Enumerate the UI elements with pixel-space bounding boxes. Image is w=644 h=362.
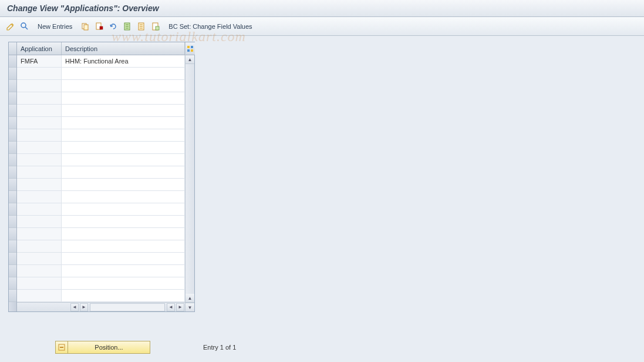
table-row[interactable]: [17, 142, 185, 154]
cell-application[interactable]: [17, 117, 62, 129]
cell-application[interactable]: [17, 142, 62, 153]
cell-application[interactable]: [17, 191, 62, 203]
scroll-down-small-icon[interactable]: ▲: [186, 294, 194, 303]
hscroll-track[interactable]: [90, 303, 165, 311]
table-row[interactable]: [17, 166, 185, 179]
table-row[interactable]: [17, 92, 185, 105]
column-header-application[interactable]: Application: [17, 42, 62, 55]
cell-description[interactable]: [62, 216, 185, 227]
cell-description[interactable]: [62, 68, 185, 79]
scroll-up-icon[interactable]: ▲: [186, 55, 194, 64]
row-selector[interactable]: [9, 105, 16, 117]
table-row[interactable]: [17, 80, 185, 92]
position-icon[interactable]: [55, 341, 68, 354]
table-row[interactable]: [17, 191, 185, 203]
table-row[interactable]: [17, 253, 185, 265]
table-settings-icon[interactable]: [150, 21, 161, 32]
table-row[interactable]: [17, 216, 185, 228]
cell-description[interactable]: [62, 80, 185, 92]
row-selector[interactable]: [9, 265, 16, 277]
cell-application[interactable]: [17, 240, 62, 252]
cell-description[interactable]: [62, 191, 185, 203]
position-button[interactable]: Position...: [68, 341, 150, 354]
row-selector[interactable]: [9, 142, 16, 154]
select-all-icon[interactable]: [122, 21, 133, 32]
row-selector-header[interactable]: [9, 42, 16, 55]
bc-set-button[interactable]: BC Set: Change Field Values: [164, 22, 257, 31]
row-selector[interactable]: [9, 277, 16, 290]
scroll-down-icon[interactable]: ▼: [186, 303, 194, 311]
row-selector[interactable]: [9, 68, 16, 80]
cell-description[interactable]: [62, 117, 185, 129]
table-row[interactable]: [17, 290, 185, 302]
table-row[interactable]: [17, 240, 185, 253]
cell-description[interactable]: [62, 253, 185, 264]
row-selector[interactable]: [9, 117, 16, 129]
row-selector[interactable]: [9, 179, 16, 191]
row-selector[interactable]: [9, 240, 16, 253]
table-row[interactable]: [17, 68, 185, 80]
cell-description[interactable]: [62, 129, 185, 141]
row-selector[interactable]: [9, 92, 16, 105]
cell-application[interactable]: [17, 68, 62, 79]
cell-description[interactable]: [62, 179, 185, 190]
table-row[interactable]: [17, 277, 185, 290]
cell-description[interactable]: [62, 228, 185, 240]
cell-description[interactable]: [62, 166, 185, 178]
cell-application[interactable]: FMFA: [17, 55, 62, 67]
cell-application[interactable]: [17, 277, 62, 289]
table-row[interactable]: [17, 154, 185, 166]
cell-description[interactable]: [62, 105, 185, 116]
cell-description[interactable]: [62, 265, 185, 277]
cell-description[interactable]: HHM: Functional Area: [62, 55, 185, 67]
cell-application[interactable]: [17, 166, 62, 178]
row-selector[interactable]: [9, 129, 16, 142]
cell-application[interactable]: [17, 179, 62, 190]
cell-description[interactable]: [62, 240, 185, 252]
table-row[interactable]: [17, 129, 185, 142]
cell-description[interactable]: [62, 92, 185, 104]
copy-icon[interactable]: [79, 21, 91, 32]
table-row[interactable]: [17, 117, 185, 129]
row-selector[interactable]: [9, 216, 16, 228]
table-config-icon[interactable]: [186, 42, 195, 55]
table-row[interactable]: [17, 105, 185, 117]
cell-application[interactable]: [17, 265, 62, 277]
cell-application[interactable]: [17, 253, 62, 264]
table-row[interactable]: [17, 179, 185, 191]
cell-application[interactable]: [17, 228, 62, 240]
scroll-left-end-icon[interactable]: ◄: [167, 303, 175, 311]
table-row[interactable]: [17, 228, 185, 240]
row-selector[interactable]: [9, 166, 16, 179]
row-selector[interactable]: [9, 55, 16, 68]
cell-application[interactable]: [17, 105, 62, 116]
vscroll-track[interactable]: [186, 64, 194, 294]
column-header-description[interactable]: Description: [62, 42, 185, 55]
cell-description[interactable]: [62, 154, 185, 166]
cell-application[interactable]: [17, 216, 62, 227]
scroll-right-end-icon[interactable]: ►: [176, 303, 184, 311]
delete-icon[interactable]: [93, 21, 105, 32]
row-selector[interactable]: [9, 290, 16, 302]
table-row[interactable]: [17, 203, 185, 216]
row-selector[interactable]: [9, 203, 16, 216]
cell-description[interactable]: [62, 290, 185, 301]
cell-application[interactable]: [17, 290, 62, 301]
cell-application[interactable]: [17, 129, 62, 141]
new-entries-button[interactable]: New Entries: [33, 22, 77, 31]
cell-description[interactable]: [62, 142, 185, 153]
cell-application[interactable]: [17, 203, 62, 215]
row-selector[interactable]: [9, 253, 16, 265]
cell-application[interactable]: [17, 92, 62, 104]
row-selector[interactable]: [9, 80, 16, 92]
find-icon[interactable]: [19, 21, 31, 32]
cell-application[interactable]: [17, 154, 62, 166]
row-selector[interactable]: [9, 191, 16, 203]
row-selector[interactable]: [9, 228, 16, 240]
cell-description[interactable]: [62, 277, 185, 289]
scroll-right-icon[interactable]: ►: [80, 303, 88, 311]
cell-description[interactable]: [62, 203, 185, 215]
cell-application[interactable]: [17, 80, 62, 92]
undo-icon[interactable]: [107, 21, 119, 32]
scroll-left-icon[interactable]: ◄: [70, 303, 79, 311]
